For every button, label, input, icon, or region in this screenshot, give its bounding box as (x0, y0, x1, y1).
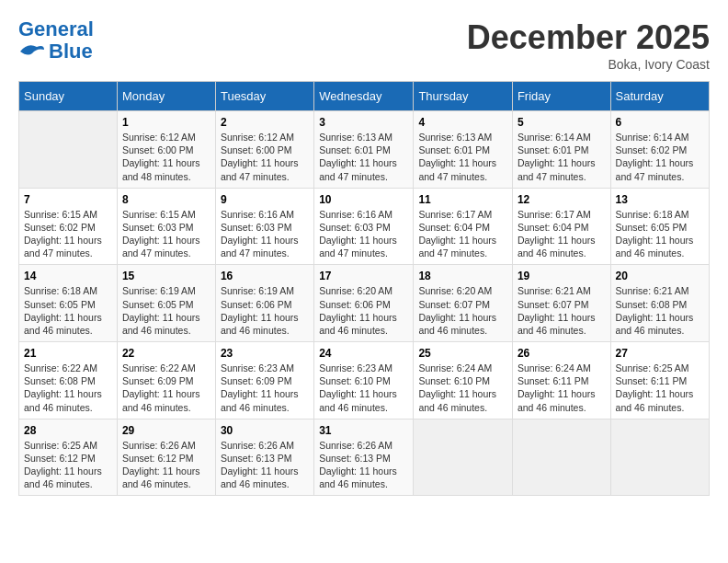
calendar-cell: 26Sunrise: 6:24 AMSunset: 6:11 PMDayligh… (512, 342, 610, 419)
day-number: 15 (122, 270, 210, 282)
calendar-cell: 11Sunrise: 6:17 AMSunset: 6:04 PMDayligh… (414, 188, 512, 265)
day-info: Sunrise: 6:17 AMSunset: 6:04 PMDaylight:… (418, 208, 506, 260)
calendar-cell (512, 419, 610, 496)
day-header-wednesday: Wednesday (314, 82, 414, 111)
day-info: Sunrise: 6:13 AMSunset: 6:01 PMDaylight:… (418, 131, 506, 183)
day-info: Sunrise: 6:21 AMSunset: 6:07 PMDaylight:… (518, 284, 606, 337)
day-number: 28 (24, 424, 112, 437)
day-number: 2 (221, 116, 309, 129)
day-info: Sunrise: 6:19 AMSunset: 6:06 PMDaylight:… (221, 284, 309, 337)
day-number: 29 (122, 424, 210, 437)
calendar-cell: 6Sunrise: 6:14 AMSunset: 6:02 PMDaylight… (610, 111, 709, 189)
day-info: Sunrise: 6:12 AMSunset: 6:00 PMDaylight:… (122, 131, 210, 183)
calendar-cell: 3Sunrise: 6:13 AMSunset: 6:01 PMDaylight… (314, 111, 414, 189)
day-info: Sunrise: 6:15 AMSunset: 6:03 PMDaylight:… (122, 208, 210, 260)
day-header-thursday: Thursday (414, 82, 512, 111)
day-info: Sunrise: 6:26 AMSunset: 6:12 PMDaylight:… (122, 439, 210, 491)
day-number: 26 (518, 347, 606, 360)
day-info: Sunrise: 6:25 AMSunset: 6:12 PMDaylight:… (24, 439, 112, 491)
calendar-cell: 31Sunrise: 6:26 AMSunset: 6:13 PMDayligh… (314, 419, 414, 496)
calendar-cell: 16Sunrise: 6:19 AMSunset: 6:06 PMDayligh… (215, 265, 313, 342)
title-area: December 2025 Boka, Ivory Coast (467, 18, 710, 72)
day-info: Sunrise: 6:16 AMSunset: 6:03 PMDaylight:… (221, 208, 309, 260)
day-number: 19 (518, 270, 606, 282)
day-info: Sunrise: 6:22 AMSunset: 6:09 PMDaylight:… (122, 362, 210, 414)
day-header-monday: Monday (117, 82, 215, 111)
calendar-cell: 19Sunrise: 6:21 AMSunset: 6:07 PMDayligh… (512, 265, 610, 342)
day-info: Sunrise: 6:23 AMSunset: 6:10 PMDaylight:… (319, 362, 408, 414)
calendar-cell: 29Sunrise: 6:26 AMSunset: 6:12 PMDayligh… (117, 419, 215, 496)
day-header-tuesday: Tuesday (215, 82, 313, 111)
day-header-sunday: Sunday (19, 82, 118, 111)
day-number: 30 (221, 424, 309, 437)
day-number: 14 (24, 270, 112, 282)
day-number: 1 (122, 116, 210, 129)
day-header-saturday: Saturday (610, 82, 709, 111)
day-number: 27 (616, 347, 704, 360)
day-info: Sunrise: 6:25 AMSunset: 6:11 PMDaylight:… (616, 362, 704, 414)
day-number: 21 (24, 347, 112, 360)
calendar-cell: 8Sunrise: 6:15 AMSunset: 6:03 PMDaylight… (117, 188, 215, 265)
calendar-cell: 30Sunrise: 6:26 AMSunset: 6:13 PMDayligh… (215, 419, 313, 496)
day-info: Sunrise: 6:19 AMSunset: 6:05 PMDaylight:… (122, 284, 210, 337)
calendar-cell: 18Sunrise: 6:20 AMSunset: 6:07 PMDayligh… (414, 265, 512, 342)
calendar-cell: 12Sunrise: 6:17 AMSunset: 6:04 PMDayligh… (512, 188, 610, 265)
day-number: 6 (616, 116, 704, 129)
calendar-cell: 23Sunrise: 6:23 AMSunset: 6:09 PMDayligh… (215, 342, 313, 419)
day-number: 10 (319, 193, 408, 206)
day-info: Sunrise: 6:18 AMSunset: 6:05 PMDaylight:… (24, 284, 112, 337)
calendar-cell: 10Sunrise: 6:16 AMSunset: 6:03 PMDayligh… (314, 188, 414, 265)
calendar-cell: 14Sunrise: 6:18 AMSunset: 6:05 PMDayligh… (19, 265, 118, 342)
day-info: Sunrise: 6:24 AMSunset: 6:11 PMDaylight:… (518, 362, 606, 414)
calendar-cell: 2Sunrise: 6:12 AMSunset: 6:00 PMDaylight… (215, 111, 313, 189)
header-row: SundayMondayTuesdayWednesdayThursdayFrid… (19, 82, 710, 111)
calendar-cell: 9Sunrise: 6:16 AMSunset: 6:03 PMDaylight… (215, 188, 313, 265)
day-info: Sunrise: 6:26 AMSunset: 6:13 PMDaylight:… (221, 439, 309, 491)
day-info: Sunrise: 6:17 AMSunset: 6:04 PMDaylight:… (518, 208, 606, 260)
day-info: Sunrise: 6:22 AMSunset: 6:08 PMDaylight:… (24, 362, 112, 414)
day-number: 11 (418, 193, 506, 206)
day-number: 7 (24, 193, 112, 206)
calendar-cell: 24Sunrise: 6:23 AMSunset: 6:10 PMDayligh… (314, 342, 414, 419)
calendar-cell: 15Sunrise: 6:19 AMSunset: 6:05 PMDayligh… (117, 265, 215, 342)
day-info: Sunrise: 6:21 AMSunset: 6:08 PMDaylight:… (616, 284, 704, 337)
day-info: Sunrise: 6:13 AMSunset: 6:01 PMDaylight:… (319, 131, 408, 183)
calendar-cell: 27Sunrise: 6:25 AMSunset: 6:11 PMDayligh… (610, 342, 709, 419)
week-row-3: 14Sunrise: 6:18 AMSunset: 6:05 PMDayligh… (19, 265, 710, 342)
logo-text: General (18, 18, 94, 40)
day-number: 5 (518, 116, 606, 129)
day-number: 24 (319, 347, 408, 360)
day-info: Sunrise: 6:23 AMSunset: 6:09 PMDaylight:… (221, 362, 309, 414)
day-number: 9 (221, 193, 309, 206)
calendar-cell: 7Sunrise: 6:15 AMSunset: 6:02 PMDaylight… (19, 188, 118, 265)
calendar-cell: 17Sunrise: 6:20 AMSunset: 6:06 PMDayligh… (314, 265, 414, 342)
day-number: 4 (418, 116, 506, 129)
calendar-cell: 13Sunrise: 6:18 AMSunset: 6:05 PMDayligh… (610, 188, 709, 265)
day-number: 31 (319, 424, 408, 437)
week-row-4: 21Sunrise: 6:22 AMSunset: 6:08 PMDayligh… (19, 342, 710, 419)
calendar-cell: 21Sunrise: 6:22 AMSunset: 6:08 PMDayligh… (19, 342, 118, 419)
day-number: 17 (319, 270, 408, 282)
day-number: 12 (518, 193, 606, 206)
day-number: 13 (616, 193, 704, 206)
day-number: 20 (616, 270, 704, 282)
day-info: Sunrise: 6:18 AMSunset: 6:05 PMDaylight:… (616, 208, 704, 260)
page-header: General Blue December 2025 Boka, Ivory C… (18, 18, 710, 72)
day-info: Sunrise: 6:15 AMSunset: 6:02 PMDaylight:… (24, 208, 112, 260)
calendar-cell (19, 111, 118, 189)
day-number: 18 (418, 270, 506, 282)
calendar-table: SundayMondayTuesdayWednesdayThursdayFrid… (18, 81, 710, 496)
week-row-5: 28Sunrise: 6:25 AMSunset: 6:12 PMDayligh… (19, 419, 710, 496)
day-number: 25 (418, 347, 506, 360)
day-info: Sunrise: 6:20 AMSunset: 6:06 PMDaylight:… (319, 284, 408, 337)
location: Boka, Ivory Coast (467, 57, 710, 72)
calendar-cell: 5Sunrise: 6:14 AMSunset: 6:01 PMDaylight… (512, 111, 610, 189)
day-info: Sunrise: 6:12 AMSunset: 6:00 PMDaylight:… (221, 131, 309, 183)
day-number: 16 (221, 270, 309, 282)
calendar-cell: 22Sunrise: 6:22 AMSunset: 6:09 PMDayligh… (117, 342, 215, 419)
logo-blue: Blue (49, 40, 93, 63)
calendar-cell (610, 419, 709, 496)
day-info: Sunrise: 6:14 AMSunset: 6:02 PMDaylight:… (616, 131, 704, 183)
day-number: 3 (319, 116, 408, 129)
day-info: Sunrise: 6:26 AMSunset: 6:13 PMDaylight:… (319, 439, 408, 491)
